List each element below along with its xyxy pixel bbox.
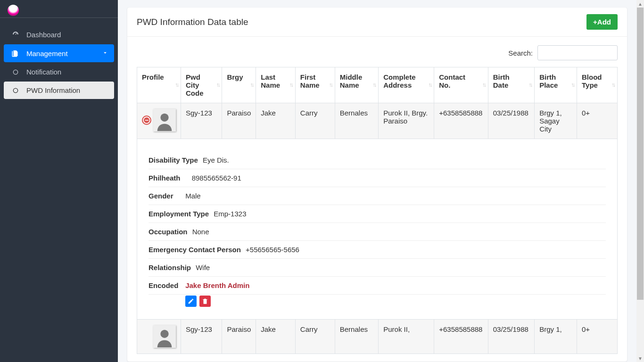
col-birth-place[interactable]: Birth Place↑↓ bbox=[535, 67, 577, 103]
cell-complete-address: Purok II, bbox=[379, 320, 434, 354]
brand-logo-icon bbox=[8, 5, 19, 16]
circle-icon bbox=[10, 87, 21, 94]
sidebar-item-pwd-information[interactable]: PWD Information bbox=[4, 82, 114, 99]
sidebar-item-label: Dashboard bbox=[26, 31, 61, 39]
sort-icon: ↑↓ bbox=[372, 83, 375, 87]
card: PWD Information Data table +Add Search: … bbox=[127, 8, 627, 362]
table-row: − Sgy-123 Paraiso Jake Carry bbox=[137, 103, 618, 139]
sort-icon: ↑↓ bbox=[611, 83, 614, 87]
sort-icon: ↑↓ bbox=[329, 83, 332, 87]
svg-point-3 bbox=[160, 114, 168, 122]
cell-brgy: Paraiso bbox=[222, 103, 256, 139]
cell-contact-no: +6358585888 bbox=[434, 103, 488, 139]
detail-philheath: Philheath 8985565562-91 bbox=[149, 169, 606, 187]
data-table: Profile↑↓ Pwd City Code↑↓ Brgy↑↓ Last Na… bbox=[137, 67, 618, 354]
col-birth-date[interactable]: Birth Date↑↓ bbox=[488, 67, 534, 103]
detail-row: Disability Type Eye Dis. Philheath 89855… bbox=[137, 139, 618, 320]
sort-icon: ↑↓ bbox=[428, 83, 431, 87]
cell-blood-type: 0+ bbox=[577, 103, 618, 139]
col-contact-no[interactable]: Contact No.↑↓ bbox=[434, 67, 488, 103]
sort-icon: ↑↓ bbox=[528, 83, 531, 87]
row-actions bbox=[185, 296, 606, 309]
col-profile[interactable]: Profile↑↓ bbox=[137, 67, 181, 103]
cell-first-name: Carry bbox=[295, 320, 335, 354]
files-icon bbox=[10, 49, 21, 58]
cell-middle-name: Bernales bbox=[335, 320, 378, 354]
svg-point-1 bbox=[13, 88, 17, 92]
cell-brgy: Paraiso bbox=[222, 320, 256, 354]
avatar bbox=[153, 109, 176, 132]
sort-icon: ↑↓ bbox=[289, 83, 292, 87]
card-header: PWD Information Data table +Add bbox=[127, 8, 627, 37]
svg-point-5 bbox=[160, 330, 168, 338]
nav: Dashboard Management Notification bbox=[0, 22, 118, 104]
cell-birth-date: 03/25/1988 bbox=[488, 103, 534, 139]
col-pwd-city-code[interactable]: Pwd City Code↑↓ bbox=[181, 67, 222, 103]
sort-icon: ↑↓ bbox=[175, 83, 178, 87]
svg-point-0 bbox=[13, 70, 17, 74]
search-label: Search: bbox=[508, 49, 533, 57]
sidebar: Dashboard Management Notification bbox=[0, 0, 118, 362]
table-row: Sgy-123 Paraiso Jake Carry Bernales Puro… bbox=[137, 320, 618, 354]
cell-middle-name: Bernales bbox=[335, 103, 378, 139]
sort-icon: ↑↓ bbox=[571, 83, 574, 87]
col-blood-type[interactable]: Blood Type↑↓ bbox=[577, 67, 618, 103]
cell-contact-no: +6358585888 bbox=[434, 320, 488, 354]
plus-icon: + bbox=[593, 18, 597, 26]
cell-pwd-city-code: Sgy-123 bbox=[181, 103, 222, 139]
sidebar-item-label: Management bbox=[26, 49, 68, 58]
sidebar-item-label: PWD Information bbox=[26, 86, 80, 94]
sidebar-item-notification[interactable]: Notification bbox=[4, 63, 114, 81]
scrollbar-thumb[interactable] bbox=[637, 8, 644, 300]
cell-birth-date: 03/25/1988 bbox=[488, 320, 534, 354]
row-collapse-button[interactable]: − bbox=[142, 115, 151, 125]
col-middle-name[interactable]: Middle Name↑↓ bbox=[335, 67, 378, 103]
cell-first-name: Carry bbox=[295, 103, 335, 139]
dashboard-icon bbox=[10, 30, 21, 39]
detail-occupation: Occupation None bbox=[149, 223, 606, 241]
col-last-name[interactable]: Last Name↑↓ bbox=[256, 67, 296, 103]
main-content: PWD Information Data table +Add Search: … bbox=[118, 0, 644, 362]
sidebar-item-label: Notification bbox=[26, 68, 61, 76]
col-brgy[interactable]: Brgy↑↓ bbox=[222, 67, 256, 103]
sort-icon: ↑↓ bbox=[216, 83, 219, 87]
search-input[interactable] bbox=[537, 45, 618, 60]
detail-disability-type: Disability Type Eye Dis. bbox=[149, 151, 606, 169]
cell-last-name: Jake bbox=[256, 103, 296, 139]
col-complete-address[interactable]: Complete Address↑↓ bbox=[379, 67, 434, 103]
edit-button[interactable] bbox=[185, 296, 197, 307]
detail-employment-type: Employment Type Emp-1323 bbox=[149, 205, 606, 223]
cell-pwd-city-code: Sgy-123 bbox=[181, 320, 222, 354]
cell-birth-place: Brgy 1, Sagay City bbox=[535, 103, 577, 139]
avatar bbox=[153, 325, 176, 348]
cell-last-name: Jake bbox=[256, 320, 296, 354]
sort-icon: ↑↓ bbox=[250, 83, 253, 87]
sidebar-item-dashboard[interactable]: Dashboard bbox=[4, 25, 114, 43]
sidebar-item-management[interactable]: Management bbox=[4, 44, 114, 62]
cell-birth-place: Brgy 1, bbox=[535, 320, 577, 354]
brand-row bbox=[0, 5, 118, 18]
circle-icon bbox=[10, 68, 21, 76]
detail-relationship: Relationship Wife bbox=[149, 259, 606, 277]
cell-blood-type: 0+ bbox=[577, 320, 618, 354]
delete-button[interactable] bbox=[199, 296, 211, 307]
detail-gender: Gender Male bbox=[149, 187, 606, 205]
detail-encoded: Encoded Jake Brenth Admin bbox=[149, 277, 606, 295]
detail-emergency-contact: Emergency Contact Person +55656565-5656 bbox=[149, 241, 606, 259]
col-first-name[interactable]: First Name↑↓ bbox=[295, 67, 335, 103]
search-row: Search: bbox=[137, 45, 618, 60]
page-title: PWD Information Data table bbox=[137, 17, 248, 27]
cell-complete-address: Purok II, Brgy. Paraiso bbox=[379, 103, 434, 139]
scroll-up-icon[interactable]: ▲ bbox=[636, 0, 644, 8]
scrollbar[interactable]: ▲ ▼ bbox=[636, 0, 644, 362]
chevron-down-icon bbox=[102, 49, 108, 58]
scroll-down-icon[interactable]: ▼ bbox=[636, 354, 644, 362]
add-button[interactable]: +Add bbox=[586, 14, 618, 30]
sort-icon: ↑↓ bbox=[482, 83, 485, 87]
